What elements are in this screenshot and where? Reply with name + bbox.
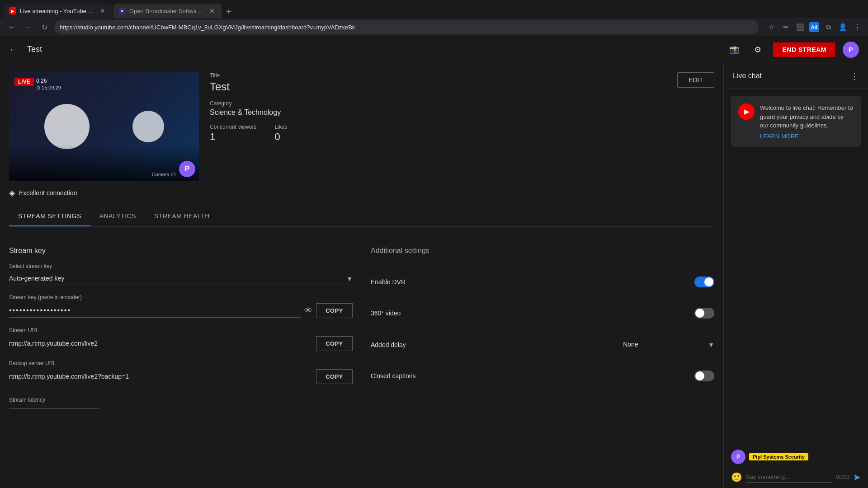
backup-url-input[interactable]	[9, 370, 312, 383]
video-camera-icon[interactable]: 📸	[726, 42, 742, 58]
back-nav-button[interactable]: ←	[5, 21, 18, 33]
settings-right: Additional settings Enable DVR 360° vide…	[371, 247, 714, 409]
chat-panel: Live chat ⋮ ▶ Welcome to live chat! Reme…	[723, 63, 868, 488]
stream-key-select[interactable]: Auto-generated key	[9, 272, 343, 285]
edit-icon[interactable]: ✏	[780, 22, 791, 33]
toggle-knob-captions	[695, 371, 704, 380]
video-360-toggle[interactable]	[694, 308, 714, 319]
browser-actions: ☆ ✏ ⬛ Ad ⧉ 👤 ⋮	[766, 22, 863, 33]
youtube-favicon: ▶	[9, 7, 16, 14]
stream-url-input[interactable]	[9, 337, 312, 350]
chat-messages	[724, 154, 868, 446]
tab-analytics[interactable]: ANALYTICS	[90, 207, 145, 226]
select-stream-key-label: Select stream key	[9, 263, 353, 269]
chat-sender-row: P Pipl Systems Security	[724, 446, 868, 466]
tab-stream-settings[interactable]: STREAM SETTINGS	[9, 207, 90, 226]
shape-right	[132, 111, 164, 142]
enable-dvr-toggle[interactable]	[694, 277, 714, 287]
back-button[interactable]: ←	[9, 44, 18, 55]
emoji-button[interactable]: 🙂	[731, 472, 742, 483]
copy-stream-url-button[interactable]: COPY	[316, 336, 353, 351]
browser-chrome: ▶ Live streaming - YouTube Studio ✕ ● Op…	[0, 0, 868, 36]
char-count: 0/200	[836, 474, 849, 480]
page-title: Test	[27, 45, 717, 54]
reload-button[interactable]: ↻	[38, 21, 51, 33]
chat-more-button[interactable]: ⋮	[850, 70, 859, 81]
edit-button[interactable]: EDIT	[677, 72, 714, 88]
stream-info: Title Test EDIT Category Science & Techn…	[210, 72, 714, 198]
channel-icon: P	[179, 161, 195, 177]
stream-key-input[interactable]	[9, 304, 301, 318]
timer-badge: 0:26	[36, 78, 47, 84]
tabs: STREAM SETTINGS ANALYTICS STREAM HEALTH	[9, 207, 714, 226]
menu-icon[interactable]: ⋮	[852, 22, 863, 33]
new-tab-button[interactable]: +	[222, 5, 235, 18]
stream-key-paste-label: Stream key (paste in encoder)	[9, 294, 353, 300]
app-container: ← Test 📸 ⚙ END STREAM P	[0, 36, 868, 488]
extensions-icon[interactable]: ⧉	[823, 22, 834, 33]
stream-url-group: Stream URL COPY	[9, 327, 353, 351]
stream-key-paste-group: Stream key (paste in encoder) 👁 COPY	[9, 294, 353, 318]
added-delay-label: Added delay	[371, 341, 406, 348]
tab-title-obs: Open Broadcaster Software | OB...	[129, 8, 204, 14]
enable-dvr-label: Enable DVR	[371, 278, 406, 286]
chat-input[interactable]	[746, 472, 832, 483]
user-avatar[interactable]: P	[843, 42, 859, 58]
address-bar[interactable]: https://studio.youtube.com/channel/UCbwF…	[54, 20, 759, 34]
learn-more-link[interactable]: LEARN MORE	[760, 133, 854, 140]
url-text: https://studio.youtube.com/channel/UCbwF…	[60, 24, 753, 31]
tab-close-obs[interactable]: ✕	[208, 7, 216, 15]
likes-stat: Likes 0	[274, 124, 287, 143]
tab-youtube[interactable]: ▶ Live streaming - YouTube Studio ✕	[4, 4, 112, 18]
backup-url-label: Backup server URL	[9, 360, 353, 366]
connection-text: Excellent connection	[19, 189, 77, 197]
settings-content: Stream key Select stream key Auto-genera…	[9, 236, 714, 420]
copy-stream-key-button[interactable]: COPY	[316, 303, 353, 318]
vpn-icon[interactable]: ⬛	[795, 22, 806, 33]
video-info-row: LIVE 0:26 ⊙ 15:09:29 Camera 01 P ◈ Excel…	[9, 72, 714, 198]
content-area: LIVE 0:26 ⊙ 15:09:29 Camera 01 P ◈ Excel…	[0, 63, 723, 488]
latency-divider	[9, 408, 99, 409]
chat-welcome: ▶ Welcome to live chat! Remember to guar…	[731, 96, 861, 147]
chat-sender-badge: Pipl Systems Security	[749, 453, 808, 460]
shape-left	[44, 104, 90, 149]
time-display: ⊙ 15:09:29	[36, 85, 61, 91]
tab-title-youtube: Live streaming - YouTube Studio	[20, 8, 95, 14]
chat-input-row: 🙂 0/200 ➤	[724, 466, 868, 488]
delay-chevron-icon: ▼	[708, 341, 714, 348]
tab-stream-health[interactable]: STREAM HEALTH	[145, 207, 219, 226]
send-button[interactable]: ➤	[853, 472, 861, 483]
stream-key-section: Stream key Select stream key Auto-genera…	[9, 247, 353, 285]
end-stream-button[interactable]: END STREAM	[773, 42, 835, 57]
top-actions: 📸 ⚙ END STREAM P	[726, 42, 859, 58]
stream-url-label: Stream URL	[9, 327, 353, 333]
profile-icon[interactable]: 👤	[837, 22, 848, 33]
bookmark-icon[interactable]: ☆	[766, 22, 777, 33]
eye-icon[interactable]: 👁	[304, 306, 312, 315]
address-bar-row: ← → ↻ https://studio.youtube.com/channel…	[0, 18, 868, 36]
tab-close-youtube[interactable]: ✕	[99, 7, 107, 15]
delay-select-row: None ▼	[623, 339, 714, 350]
backup-url-group: Backup server URL COPY	[9, 360, 353, 384]
backup-url-row: COPY	[9, 369, 353, 384]
live-badge: LIVE	[14, 78, 34, 86]
stream-url-row: COPY	[9, 336, 353, 351]
chat-header: Live chat ⋮	[724, 63, 868, 89]
closed-captions-toggle[interactable]	[694, 371, 714, 381]
main-layout: LIVE 0:26 ⊙ 15:09:29 Camera 01 P ◈ Excel…	[0, 63, 868, 488]
forward-nav-button[interactable]: →	[22, 21, 34, 33]
chevron-down-icon: ▼	[346, 275, 353, 282]
chat-title: Live chat	[733, 72, 762, 80]
tab-obs[interactable]: ● Open Broadcaster Software | OB... ✕	[113, 4, 222, 18]
stream-latency-group: Stream latency	[9, 393, 353, 409]
added-delay-row: Added delay None ▼	[371, 333, 714, 356]
closed-captions-label: Closed captions	[371, 372, 416, 380]
settings-left: Stream key Select stream key Auto-genera…	[9, 247, 353, 409]
settings-icon[interactable]: ⚙	[750, 42, 766, 58]
added-delay-select[interactable]: None	[623, 339, 704, 350]
concurrent-viewers-stat: Concurrent viewers 1	[210, 124, 256, 143]
category-value: Science & Technology	[210, 108, 714, 117]
copy-backup-url-button[interactable]: COPY	[316, 369, 353, 384]
extension-icon[interactable]: Ad	[809, 22, 819, 32]
camera-label: Camera 01	[152, 172, 176, 177]
